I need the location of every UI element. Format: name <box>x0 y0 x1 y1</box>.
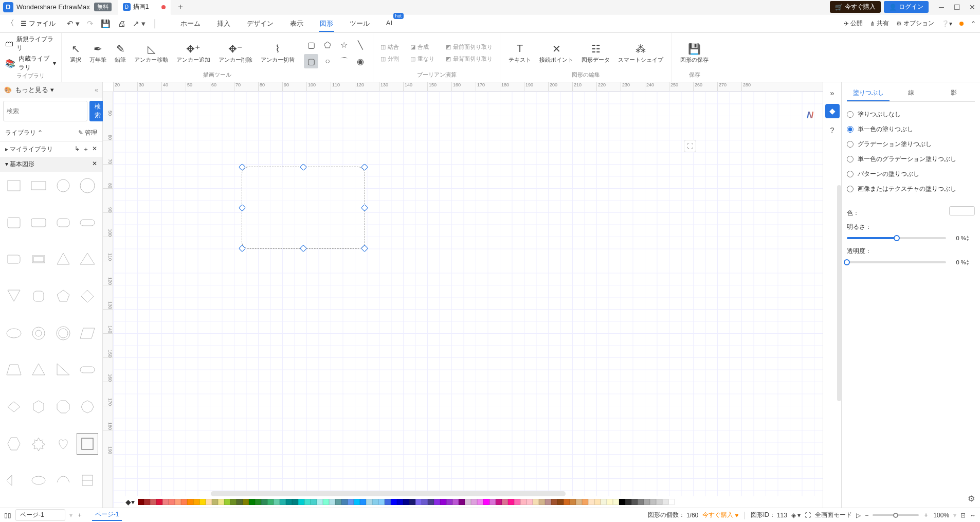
rect-tool[interactable]: ▢ <box>304 38 318 52</box>
color-swatch[interactable] <box>520 499 527 505</box>
print-button[interactable]: 🖨 <box>117 18 126 29</box>
color-swatch[interactable] <box>662 499 668 505</box>
color-swatch[interactable] <box>409 499 415 505</box>
color-swatch[interactable] <box>162 499 169 505</box>
shape-item[interactable] <box>52 470 74 491</box>
fit-width-button[interactable]: ↔ <box>970 512 976 519</box>
close-basic-shapes-button[interactable]: ✕ <box>92 160 97 169</box>
document-tab[interactable]: D 描画1 <box>118 0 171 14</box>
color-swatch[interactable] <box>144 499 150 505</box>
color-swatch[interactable] <box>329 499 335 505</box>
brightness-stepper[interactable]: ▴▾ <box>967 235 969 242</box>
shape-item[interactable] <box>52 175 74 196</box>
maximize-button[interactable]: ☐ <box>949 0 965 14</box>
add-tab-button[interactable]: ＋ <box>176 2 185 12</box>
shape-item[interactable] <box>77 322 98 344</box>
shape-item[interactable] <box>77 359 98 381</box>
color-swatch[interactable] <box>199 499 206 505</box>
shape-item[interactable] <box>77 433 98 455</box>
shape-item[interactable] <box>3 396 25 418</box>
back-button[interactable]: 〈 <box>4 16 16 31</box>
shape-item[interactable] <box>77 248 98 270</box>
color-swatch[interactable] <box>502 499 508 505</box>
color-swatch[interactable] <box>317 499 323 505</box>
shape-item[interactable] <box>3 212 25 233</box>
color-swatch[interactable] <box>668 499 675 505</box>
color-swatch[interactable] <box>582 499 588 505</box>
fill-pattern-option[interactable]: パターンの塗りつぶし <box>847 167 975 182</box>
rounded-rect-tool[interactable]: ▢ <box>304 54 318 68</box>
tab-tool[interactable]: ツール <box>349 16 371 31</box>
shape-item[interactable] <box>28 175 49 196</box>
color-swatch[interactable] <box>286 499 292 505</box>
polygon-tool[interactable]: ⬠ <box>320 38 335 52</box>
collapse-sidebar-button[interactable]: « <box>95 86 98 94</box>
shape-item[interactable] <box>77 212 98 233</box>
color-swatch[interactable] <box>539 499 545 505</box>
save-shape-button[interactable]: 💾図形の保存 <box>677 42 712 65</box>
tab-shape[interactable]: 図形 <box>319 16 334 31</box>
builtin-library-button[interactable]: 📚内蔵ライブラリ▾ <box>5 55 56 72</box>
fill-solid-option[interactable]: 単一色の塗りつぶし <box>847 122 975 137</box>
opacity-stepper[interactable]: ▴▾ <box>967 259 969 266</box>
shape-item[interactable] <box>3 285 25 307</box>
options-button[interactable]: ⚙オプション <box>896 19 934 28</box>
shape-item[interactable] <box>3 322 25 344</box>
color-swatch[interactable] <box>415 499 422 505</box>
collapse-ribbon-button[interactable]: ⌃ <box>971 20 976 27</box>
smart-shape-button[interactable]: ⁂スマートシェイプ <box>615 42 666 65</box>
library-header[interactable]: ライブラリ ⌃ <box>5 129 43 137</box>
shape-item[interactable] <box>28 285 49 307</box>
shape-item[interactable] <box>3 470 25 491</box>
login-button[interactable]: 👤 ログイン <box>884 1 929 13</box>
color-swatch[interactable] <box>385 499 391 505</box>
page-layout-icon[interactable]: ▯▯ <box>4 512 11 519</box>
connect-point-button[interactable]: ✕接続ポイント <box>536 42 576 65</box>
color-swatch[interactable] <box>557 499 564 505</box>
fill-texture-option[interactable]: 画像またはテクスチャの塗りつぶし <box>847 182 975 196</box>
canvas[interactable]: ⛶ N ◆▾ <box>113 92 823 508</box>
color-swatch[interactable] <box>551 499 557 505</box>
color-swatch[interactable] <box>156 499 162 505</box>
pencil-tool[interactable]: ✎鉛筆 <box>112 42 129 65</box>
color-swatch[interactable] <box>169 499 175 505</box>
close-lib-button[interactable]: ✕ <box>92 145 97 154</box>
color-swatch[interactable] <box>533 499 539 505</box>
color-swatch[interactable] <box>496 499 502 505</box>
color-swatch[interactable] <box>434 499 440 505</box>
back-crop-button[interactable]: ◩最背面切り取り <box>444 54 495 64</box>
color-swatch[interactable] <box>527 499 533 505</box>
color-swatch[interactable] <box>397 499 403 505</box>
shape-item[interactable] <box>3 433 25 455</box>
color-swatch[interactable] <box>323 499 329 505</box>
share-button[interactable]: ⋔共有 <box>870 19 889 28</box>
color-swatch[interactable] <box>594 499 601 505</box>
color-swatch[interactable] <box>428 499 434 505</box>
shape-item[interactable] <box>28 433 49 455</box>
color-swatch[interactable] <box>545 499 551 505</box>
page-selector[interactable]: ページ-1 <box>15 509 65 521</box>
color-swatch[interactable] <box>459 499 465 505</box>
shape-data-button[interactable]: ☷図形データ <box>578 42 613 65</box>
color-swatch[interactable] <box>446 499 452 505</box>
save-button[interactable]: 💾 <box>100 18 112 29</box>
color-swatch[interactable] <box>619 499 625 505</box>
anchor-cut-tool[interactable]: ⌇アンカー切替 <box>258 42 298 65</box>
color-swatch[interactable] <box>193 499 199 505</box>
shape-item[interactable] <box>52 285 74 307</box>
color-swatch[interactable] <box>348 499 354 505</box>
color-swatch[interactable] <box>218 499 224 505</box>
color-swatch[interactable] <box>601 499 607 505</box>
help-panel-icon[interactable]: ? <box>825 122 840 137</box>
arc-tool[interactable]: ⌒ <box>337 54 351 68</box>
undo-button[interactable]: ↶ ▾ <box>66 18 81 29</box>
color-swatch[interactable] <box>403 499 409 505</box>
shape-item[interactable] <box>52 248 74 270</box>
publish-button[interactable]: ✈公開 <box>844 19 863 28</box>
add-lib-button[interactable]: ＋ <box>83 145 89 154</box>
combine-button[interactable]: ◫結合 <box>378 42 401 52</box>
fill-panel-tab-icon[interactable]: ◆ <box>825 104 840 118</box>
color-swatch[interactable] <box>650 499 656 505</box>
split-button[interactable]: ◫分割 <box>378 54 401 64</box>
shape-item[interactable] <box>3 175 25 196</box>
